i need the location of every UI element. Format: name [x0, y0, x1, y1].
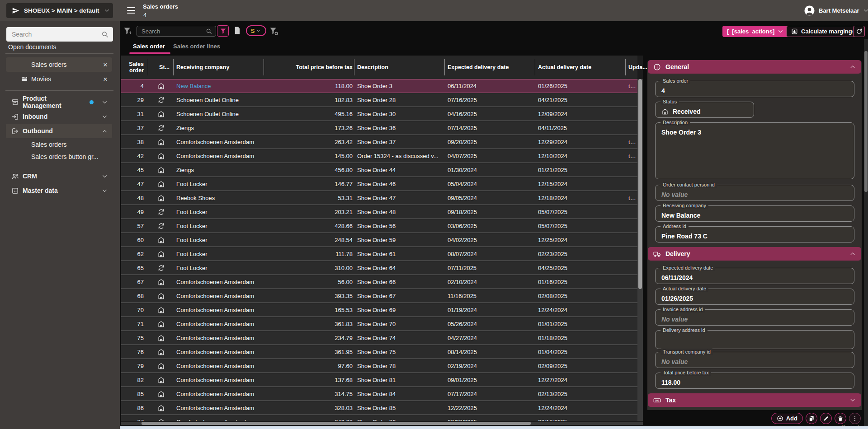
table-vertical-scrollbar[interactable] [637, 79, 643, 421]
section-header-general[interactable]: General [648, 60, 861, 74]
sidebar-item-crm[interactable]: CRM [6, 169, 112, 183]
bottom-strip [120, 426, 868, 429]
close-icon[interactable]: × [102, 61, 108, 69]
sidebar-item-master-data[interactable]: Master data [6, 183, 112, 198]
status-cell [148, 152, 174, 160]
column-header[interactable]: Description [354, 56, 445, 79]
status-cell [148, 278, 174, 286]
company-cell: Comfortschoenen Amsterdam [174, 293, 264, 299]
column-header[interactable]: Actual delivery date [535, 56, 626, 79]
chevron-down-icon [256, 28, 261, 33]
table-row[interactable]: 79Comfortschoenen Amsterdam97.60Shoe Ord… [121, 359, 637, 373]
scrollbar-thumb[interactable] [142, 422, 531, 425]
field-actual-delivery-date[interactable]: Actual delivery date01/26/2025 [655, 289, 854, 305]
scope-select[interactable]: S [246, 25, 266, 36]
table-horizontal-scrollbar[interactable] [121, 422, 643, 425]
table-row[interactable]: 62Foot Locker111.78Shoe Order 6108/07/20… [121, 247, 637, 261]
field-status[interactable]: StatusReceived [655, 102, 754, 118]
status-cell [148, 292, 174, 300]
chevron-down-icon [778, 28, 783, 34]
table-row[interactable]: 38Comfortschoenen Amsterdam263.42Shoe Or… [121, 135, 637, 149]
sidebar-subitem[interactable]: Sales orders [6, 138, 112, 150]
table-row[interactable]: 87Comfortschoenen Amsterdam249.03Shoe Or… [121, 415, 637, 421]
status-cell [148, 418, 174, 421]
column-header[interactable]: Receiving company [174, 56, 264, 79]
table-row[interactable]: 37Ziengs173.26Shoe Order 3607/14/202504/… [121, 121, 637, 135]
table-search-input[interactable] [141, 28, 206, 35]
scrollbar-thumb[interactable] [638, 79, 642, 289]
refresh-button[interactable] [853, 26, 865, 37]
field-order-contact-person-id[interactable]: Order contact person idNo value [655, 185, 854, 201]
field-delivery-address-id[interactable]: Delivery address id [655, 330, 854, 349]
section-header-delivery[interactable]: Delivery [648, 247, 861, 261]
column-header[interactable]: Sales order [121, 56, 148, 79]
close-icon[interactable]: × [102, 75, 108, 83]
filter-flash-icon[interactable] [123, 26, 132, 36]
field-receiving-company[interactable]: Receiving companyNew Balance [655, 205, 854, 222]
actual-date-cell: 02/18/2025 [535, 419, 626, 421]
table-row[interactable]: 42Comfortschoenen Amsterdam145.00Order 1… [121, 149, 637, 163]
sidebar-search-input[interactable] [11, 30, 101, 38]
column-header[interactable]: St... [148, 56, 174, 79]
menu-toggle-button[interactable] [127, 7, 135, 14]
table-row[interactable]: 48Reebok Shoes53.31Shoe Order 4709/05/20… [121, 191, 637, 205]
column-header[interactable]: Total price before tax [264, 56, 354, 79]
expected-date-cell: 09/20/2025 [445, 139, 535, 145]
field-invoice-address-id[interactable]: Invoice address idNo value [655, 309, 854, 326]
field-sales-order[interactable]: Sales order4 [655, 81, 854, 97]
description-cell: Shoe Order 78 [354, 363, 445, 369]
table-row[interactable]: 82Comfortschoenen Amsterdam137.68Shoe Or… [121, 373, 637, 387]
field-total-price-before-tax[interactable]: Total price before tax118.00 [655, 373, 854, 389]
field-description[interactable]: DescriptionShoe Order 3 [655, 122, 854, 179]
field-address-id[interactable]: Address idPine Road 73 C [655, 226, 854, 242]
sidebar-item-inbound[interactable]: Inbound [6, 109, 112, 124]
description-cell: Order 15324 - as discussed v... [354, 153, 445, 159]
open-document-item[interactable]: Movies× [6, 72, 112, 86]
user-menu[interactable]: Bart Metselaar [804, 5, 868, 16]
table-row[interactable]: 71Comfortschoenen Amsterdam361.83Shoe Or… [121, 317, 637, 331]
table-row[interactable]: 29Schoenen Outlet Online182.83Shoe Order… [121, 93, 637, 107]
table-row[interactable]: 75Comfortschoenen Amsterdam234.79Shoe Or… [121, 331, 637, 345]
sidebar-item-outbound[interactable]: Outbound [6, 124, 112, 138]
table-row[interactable]: 76Comfortschoenen Amsterdam361.95Shoe Or… [121, 345, 637, 359]
table-row[interactable]: 67Comfortschoenen Amsterdam56.00Shoe Ord… [121, 275, 637, 289]
table-row[interactable]: 45Ziengs456.80Shoe Order 4401/30/202401/… [121, 163, 637, 177]
filter-off-icon[interactable] [269, 26, 278, 36]
company-cell: Comfortschoenen Amsterdam [174, 349, 264, 355]
more-button[interactable] [849, 413, 861, 424]
scrollbar-thumb[interactable] [864, 51, 868, 192]
table-row[interactable]: 57Foot Locker428.66Shoe Order 5603/06/20… [121, 219, 637, 233]
open-document-item[interactable]: Sales orders× [6, 57, 112, 72]
table-row[interactable]: 47Foot Locker146.77Shoe Order 4605/04/20… [121, 177, 637, 191]
workspace-selector[interactable]: SHOEUX > MAIN > default [6, 3, 113, 18]
table-row[interactable]: 65Foot Locker310.00Shoe Order 6407/11/20… [121, 261, 637, 275]
table-row[interactable]: 85Comfortschoenen Amsterdam314.75Shoe Or… [121, 387, 637, 401]
column-header[interactable]: Expected delivery date [445, 56, 535, 79]
table-row[interactable]: 31Schoenen Outlet Online495.16Shoe Order… [121, 107, 637, 121]
column-header[interactable]: Upda... [626, 56, 647, 79]
window-scrollbar[interactable] [864, 39, 868, 426]
tab-sales-order-lines[interactable]: Sales order lines [173, 43, 220, 54]
sales-actions-button[interactable]: [ [sales_actions] [722, 26, 788, 37]
table-row[interactable]: 86Comfortschoenen Amsterdam328.03Shoe Or… [121, 401, 637, 415]
field-transport-company-id[interactable]: Transport company idNo value [655, 352, 854, 368]
table-row[interactable]: 60Foot Locker248.54Shoe Order 5904/02/20… [121, 233, 637, 247]
table-row[interactable]: 49Foot Locker203.21Shoe Order 4809/18/20… [121, 205, 637, 219]
section-title: General [665, 63, 689, 70]
edit-button[interactable] [820, 413, 832, 424]
document-icon[interactable] [233, 26, 241, 35]
tab-sales-order[interactable]: Sales order [133, 43, 165, 54]
sidebar-item-product-management[interactable]: Product Management [6, 95, 112, 109]
table-row[interactable]: 68Comfortschoenen Amsterdam393.35Shoe Or… [121, 289, 637, 303]
add-button[interactable]: Add [771, 413, 803, 424]
delete-button[interactable] [835, 413, 846, 424]
filter-button[interactable] [217, 25, 229, 37]
sidebar-subitem[interactable]: Sales orders button gr... [6, 150, 112, 163]
copy-button[interactable] [806, 413, 817, 424]
table-row[interactable]: 70Comfortschoenen Amsterdam165.53Shoe Or… [121, 303, 637, 317]
calculate-margins-button[interactable]: Calculate margings [786, 26, 860, 37]
field-expected-delivery-date[interactable]: Expected delivery date06/11/2024 [655, 268, 854, 284]
table-row[interactable]: 4New Balance118.00Shoe Order 306/11/2024… [121, 79, 637, 93]
status-cell [148, 82, 174, 90]
section-header-tax[interactable]: 100Tax [648, 393, 861, 407]
